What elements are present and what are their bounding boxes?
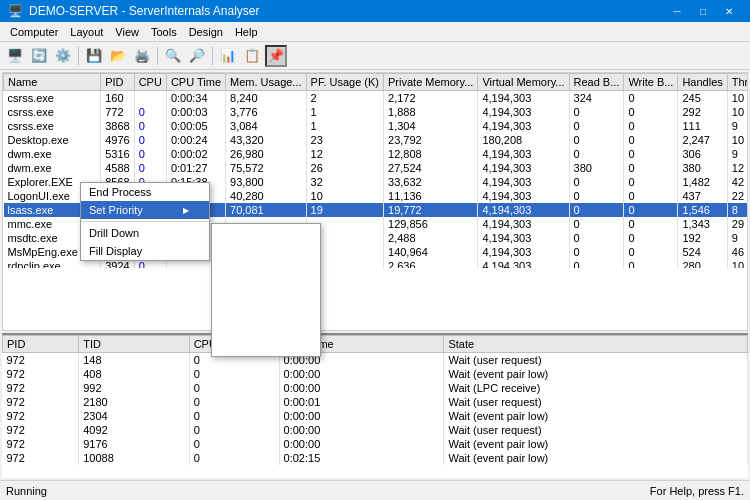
thread-row[interactable]: 972 992 0 0:00:00 Wait (LPC receive)	[3, 381, 748, 395]
cell-threads: 42	[727, 175, 747, 189]
col-write[interactable]: Write B...	[624, 74, 678, 91]
table-row[interactable]: csrss.exe 3868 0 0:00:05 3,084 1 1,304 4…	[4, 119, 748, 133]
tcell-cpu: 0	[189, 381, 279, 395]
cell-read: 380	[569, 161, 624, 175]
cell-priv: 23,792	[384, 133, 478, 147]
priority-normal[interactable]: • Normal	[212, 290, 320, 308]
menu-help[interactable]: Help	[229, 24, 264, 40]
tb-find-btn[interactable]: 🔍	[162, 45, 184, 67]
cell-cputime: 0:01:27	[166, 161, 225, 175]
col-priv[interactable]: Private Memory...	[384, 74, 478, 91]
cell-handles: 2,247	[678, 133, 727, 147]
thread-row[interactable]: 972 408 0 0:00:00 Wait (event pair low)	[3, 367, 748, 381]
cell-pid: 3868	[101, 119, 134, 133]
col-mem[interactable]: Mem. Usage...	[226, 74, 307, 91]
tb-settings-btn[interactable]: ⚙️	[52, 45, 74, 67]
tb-save-btn[interactable]: 💾	[83, 45, 105, 67]
cell-cputime: 0:00:02	[166, 147, 225, 161]
tb-sep3	[212, 47, 213, 65]
tb-filter-btn[interactable]: 🔎	[186, 45, 208, 67]
cell-read: 324	[569, 91, 624, 106]
cell-threads: 10	[727, 133, 747, 147]
priority-high[interactable]: High	[212, 242, 320, 260]
menu-layout[interactable]: Layout	[64, 24, 109, 40]
thread-row[interactable]: 972 2304 0 0:00:00 Wait (event pair low)	[3, 409, 748, 423]
thread-row[interactable]: 972 4092 0 0:00:00 Wait (user request)	[3, 423, 748, 437]
cell-cpu: 0	[134, 147, 166, 161]
close-button[interactable]: ✕	[716, 0, 742, 22]
th-pid[interactable]: PID	[3, 336, 79, 353]
minimize-button[interactable]: ─	[664, 0, 690, 22]
tb-sep1	[78, 47, 79, 65]
cell-mem: 26,980	[226, 147, 307, 161]
tcell-state: Wait (LPC receive)	[444, 381, 748, 395]
tb-list-btn[interactable]: 📋	[241, 45, 263, 67]
priority-low[interactable]: Low	[212, 338, 320, 356]
table-row[interactable]: Desktop.exe 4976 0 0:00:24 43,320 23 23,…	[4, 133, 748, 147]
col-threads[interactable]: Threads	[727, 74, 747, 91]
ctx-drill-down[interactable]: Drill Down	[81, 224, 209, 242]
cell-read: 0	[569, 147, 624, 161]
tcell-cpu: 0	[189, 367, 279, 381]
menu-view[interactable]: View	[109, 24, 145, 40]
col-cputime[interactable]: CPU Time	[166, 74, 225, 91]
tcell-cpu: 0	[189, 395, 279, 409]
ctx-end-process[interactable]: End Process	[81, 183, 209, 201]
table-row[interactable]: dwm.exe 4588 0 0:01:27 75,572 26 27,524 …	[4, 161, 748, 175]
thread-row[interactable]: 972 148 0 0:00:00 Wait (user request)	[3, 353, 748, 368]
table-row[interactable]: csrss.exe 160 0:00:34 8,240 2 2,172 4,19…	[4, 91, 748, 106]
cell-name: csrss.exe	[4, 91, 101, 106]
col-handles[interactable]: Handles	[678, 74, 727, 91]
cell-virt: 4,194,303	[478, 245, 569, 259]
cell-virt: 180,208	[478, 133, 569, 147]
cell-write: 0	[624, 91, 678, 106]
col-read[interactable]: Read B...	[569, 74, 624, 91]
thread-row[interactable]: 972 10088 0 0:02:15 Wait (event pair low…	[3, 451, 748, 465]
tcell-cpu: 0	[189, 409, 279, 423]
menu-tools[interactable]: Tools	[145, 24, 183, 40]
col-cpu[interactable]: CPU	[134, 74, 166, 91]
col-name[interactable]: Name	[4, 74, 101, 91]
tcell-cpu: 0	[189, 437, 279, 451]
cell-handles: 1,546	[678, 203, 727, 217]
tcell-tid: 2180	[79, 395, 189, 409]
cell-threads: 10	[727, 259, 747, 268]
cell-priv: 12,808	[384, 147, 478, 161]
status-bar: Running For Help, press F1.	[0, 480, 750, 500]
menu-computer[interactable]: Computer	[4, 24, 64, 40]
thread-table-scroll[interactable]: PID TID CPU CPU Time State 972 148 0 0:0…	[2, 335, 748, 478]
ctx-fill-display[interactable]: Fill Display	[81, 242, 209, 260]
app-icon: 🖥️	[8, 4, 23, 18]
cell-threads: 22	[727, 189, 747, 203]
cell-handles: 280	[678, 259, 727, 268]
tcell-pid: 972	[3, 423, 79, 437]
menu-design[interactable]: Design	[183, 24, 229, 40]
cell-write: 0	[624, 147, 678, 161]
cell-virt: 4,194,303	[478, 91, 569, 106]
cell-name: csrss.exe	[4, 105, 101, 119]
tb-chart-btn[interactable]: 📊	[217, 45, 239, 67]
maximize-button[interactable]: □	[690, 0, 716, 22]
tb-open-btn[interactable]: 📂	[107, 45, 129, 67]
cell-virt: 4,194,303	[478, 161, 569, 175]
table-row[interactable]: dwm.exe 5316 0 0:00:02 26,980 12 12,808 …	[4, 147, 748, 161]
tb-print-btn[interactable]: 🖨️	[131, 45, 153, 67]
priority-above-normal[interactable]: Above Normal	[212, 260, 320, 290]
tb-computer-btn[interactable]: 🖥️	[4, 45, 26, 67]
col-pid[interactable]: PID	[101, 74, 134, 91]
ctx-set-priority[interactable]: Set Priority ▶ Realtime High Above Norma…	[81, 201, 209, 219]
th-state[interactable]: State	[444, 336, 748, 353]
thread-row[interactable]: 972 2180 0 0:00:01 Wait (user request)	[3, 395, 748, 409]
tb-active-btn[interactable]: 📌	[265, 45, 287, 67]
thread-row[interactable]: 972 9176 0 0:00:00 Wait (event pair low)	[3, 437, 748, 451]
col-virt[interactable]: Virtual Memory...	[478, 74, 569, 91]
priority-realtime[interactable]: Realtime	[212, 224, 320, 242]
tcell-pid: 972	[3, 381, 79, 395]
th-tid[interactable]: TID	[79, 336, 189, 353]
tcell-pid: 972	[3, 451, 79, 465]
cell-mem: 43,320	[226, 133, 307, 147]
table-row[interactable]: csrss.exe 772 0 0:00:03 3,776 1 1,888 4,…	[4, 105, 748, 119]
tb-refresh-btn[interactable]: 🔄	[28, 45, 50, 67]
col-pf[interactable]: PF. Usage (K)	[306, 74, 383, 91]
priority-below-normal[interactable]: Below Normal	[212, 308, 320, 338]
